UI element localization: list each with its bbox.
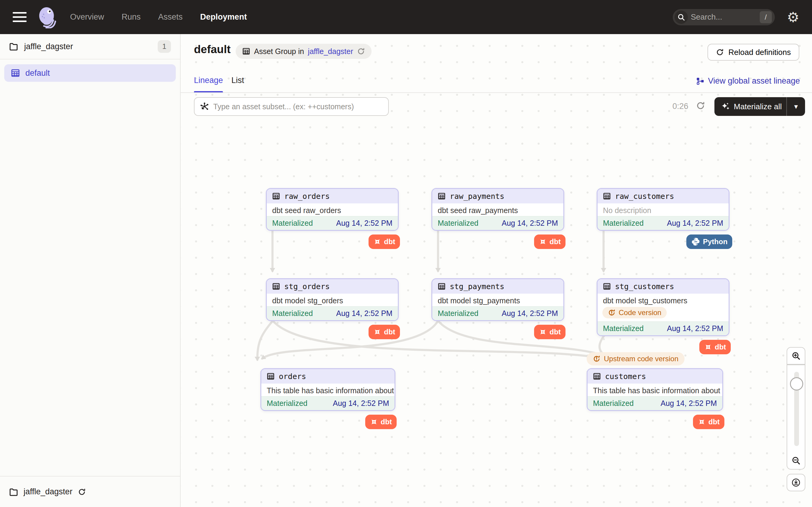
refresh-icon[interactable] [78,488,86,496]
status-label: Materialized [438,219,478,228]
timestamp: Aug 14, 2:52 PM [502,309,558,318]
asset-title: raw_payments [450,192,504,201]
sidebar-repo-row[interactable]: jaffle_dagster 1 [0,34,180,59]
view-global-asset-lineage-link[interactable]: View global asset lineage [696,76,800,86]
code-version-icon [593,355,601,363]
asset-node-raw-customers[interactable]: raw_customers No description Materialize… [597,188,729,231]
download-icon [792,478,801,487]
asset-footer: Materialized Aug 14, 2:52 PM [432,216,563,230]
table-icon [603,192,611,200]
repo-name: jaffle_dagster [24,42,73,51]
tab-lineage[interactable]: Lineage [194,76,223,85]
asset-node-customers[interactable]: customers This table has basic informati… [587,368,723,411]
asset-description: dbt seed raw_payments [432,204,563,216]
nav-item-runs[interactable]: Runs [122,12,141,22]
status-label: Materialized [593,399,634,408]
search-input[interactable] [688,12,760,22]
dbt-badge: dbt [368,234,400,249]
sidebar: jaffle_dagster 1 default jaffle_dagster [0,34,181,507]
asset-description: This table has basic information about .… [261,384,395,396]
nav-item-deployment[interactable]: Deployment [200,12,247,22]
status-label: Materialized [267,399,308,408]
status-label: Materialized [438,309,478,318]
code-version-icon [608,309,616,317]
repo-link[interactable]: jaffle_dagster [308,47,353,56]
zoom-slider[interactable] [786,364,805,452]
table-icon [267,373,274,380]
asset-title: stg_orders [284,282,330,291]
asset-footer: Materialized Aug 14, 2:52 PM [588,396,722,410]
asset-title: raw_customers [615,192,674,201]
nav-item-overview[interactable]: Overview [70,12,104,22]
refresh-icon [716,48,724,56]
download-image-button[interactable] [786,474,805,491]
dbt-logo-icon [539,238,547,246]
asset-footer: Materialized Aug 14, 2:52 PM [261,396,395,410]
dbt-logo-icon [373,328,381,336]
zoom-slider-thumb[interactable] [790,377,803,391]
tab-list[interactable]: List [232,76,244,85]
dbt-badge: dbt [368,325,400,339]
folder-icon [9,488,18,496]
global-search[interactable]: / [673,9,775,25]
dagster-app: Overview Runs Assets Deployment / ⚙ jaff… [0,0,812,507]
upstream-code-version-tag: Upstream code version [587,352,684,365]
asset-node-stg-customers[interactable]: stg_customers dbt model stg_customers Co… [597,278,729,336]
dbt-badge: dbt [534,325,565,339]
timestamp: Aug 14, 2:52 PM [667,219,723,228]
page-title: default [194,43,231,56]
refresh-icon[interactable] [357,47,365,55]
asset-node-stg-orders[interactable]: stg_orders dbt model stg_orders Material… [266,278,399,321]
table-icon [438,282,446,290]
asset-title: orders [279,372,306,381]
asset-description: This table has basic information about .… [588,384,722,396]
asset-node-header: raw_payments [432,189,563,204]
dagster-logo[interactable] [37,6,58,29]
asset-node-orders[interactable]: orders This table has basic information … [260,368,395,411]
python-logo-icon [691,237,700,246]
zoom-in-button[interactable] [786,347,805,364]
python-badge: Python [686,234,732,249]
dbt-logo-icon [698,418,706,426]
tag-prefix: Asset Group in [254,47,304,56]
asset-node-header: customers [588,369,722,384]
top-nav: Overview Runs Assets Deployment / ⚙ [0,0,812,34]
timestamp: Aug 14, 2:52 PM [333,399,389,408]
table-icon [593,373,601,380]
asset-node-raw-orders[interactable]: raw_orders dbt seed raw_orders Materiali… [266,188,399,231]
table-icon [603,282,611,290]
asset-description: dbt model stg_customers [598,294,729,306]
dbt-badge: dbt [534,234,565,249]
asset-title: stg_payments [450,282,504,291]
sidebar-item-default-group[interactable]: default [4,64,176,82]
hamburger-menu-icon[interactable] [13,12,27,22]
asset-node-header: raw_customers [598,189,729,204]
table-icon [272,192,280,200]
dbt-badge: dbt [699,340,731,354]
search-shortcut-chip: / [760,11,772,23]
nav-item-assets[interactable]: Assets [158,12,183,22]
gear-icon[interactable]: ⚙ [787,10,799,24]
folder-icon [9,42,18,51]
table-icon [11,68,20,77]
main-pane: default Asset Group in jaffle_dagster Re… [181,34,812,507]
asset-description: dbt seed raw_orders [267,204,398,216]
asset-group-tag: Asset Group in jaffle_dagster [236,44,371,59]
asset-node-raw-payments[interactable]: raw_payments dbt seed raw_payments Mater… [432,188,564,231]
asset-title: stg_customers [615,282,674,291]
asset-title: raw_orders [284,192,330,201]
timestamp: Aug 14, 2:52 PM [502,219,558,228]
sidebar-footer: jaffle_dagster [0,476,180,507]
graph-zoom-controls [786,347,805,491]
dbt-logo-icon [704,343,712,351]
dbt-badge: dbt [693,415,724,429]
zoom-out-button[interactable] [786,452,805,469]
group-label: default [26,68,50,78]
asset-description: dbt model stg_orders [267,294,398,306]
asset-node-stg-payments[interactable]: stg_payments dbt model stg_payments Mate… [432,278,564,321]
asset-footer: Materialized Aug 14, 2:52 PM [432,306,563,320]
timestamp: Aug 14, 2:52 PM [336,219,392,228]
asset-footer: Materialized Aug 14, 2:52 PM [598,216,729,230]
reload-definitions-button[interactable]: Reload definitions [707,44,799,61]
timestamp: Aug 14, 2:52 PM [667,324,723,333]
